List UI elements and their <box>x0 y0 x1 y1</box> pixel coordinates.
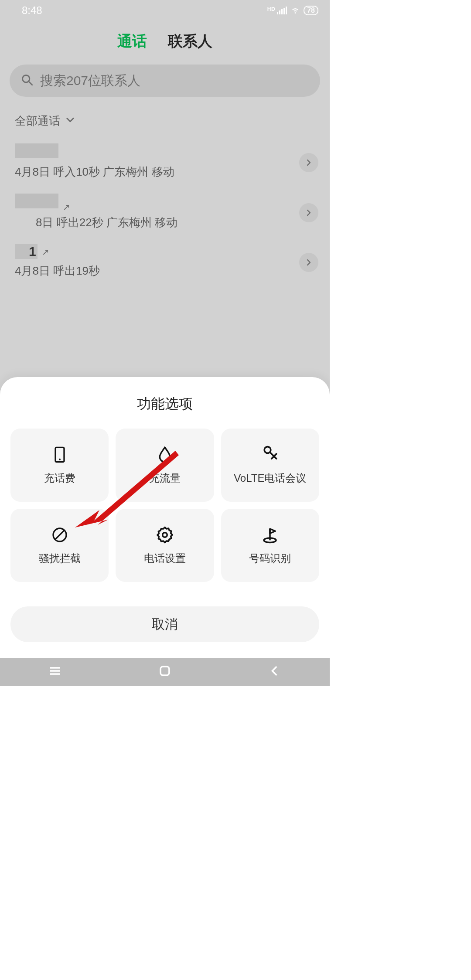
call-name <box>15 143 58 158</box>
signal-icon <box>277 7 287 14</box>
svg-point-0 <box>23 75 30 82</box>
svg-point-7 <box>163 533 167 538</box>
options-sheet: 功能选项 充话费 充流量 VoLTE电话会议 <box>0 377 330 658</box>
tile-label: 骚扰拦截 <box>39 551 81 565</box>
tile-label: 号码识别 <box>249 551 291 565</box>
tile-label: 充话费 <box>44 471 75 485</box>
call-row[interactable]: 4月8日 呼入10秒 广东梅州 移动 <box>0 137 330 187</box>
search-icon <box>21 74 33 88</box>
back-button[interactable] <box>267 664 282 680</box>
tile-label: VoLTE电话会议 <box>234 471 306 485</box>
cancel-button[interactable]: 取消 <box>10 606 319 642</box>
tile-volte-conference[interactable]: VoLTE电话会议 <box>221 429 319 502</box>
status-right: HD 78 <box>267 4 318 17</box>
svg-line-1 <box>29 82 32 85</box>
flag-icon <box>260 525 280 544</box>
system-nav-bar <box>0 658 330 686</box>
tile-spam-block[interactable]: 骚扰拦截 <box>10 509 109 582</box>
phone-screen: 8:48 HD 78 通话 联系人 搜索207位联系人 全部通话 <box>0 0 330 686</box>
chevron-down-icon <box>65 114 75 128</box>
call-list: 4月8日 呼入10秒 广东梅州 移动 ↗ 8日 呼出22秒 广东梅州 移动 1 <box>0 137 330 286</box>
call-subtitle: 8日 呼出22秒 广东梅州 移动 <box>36 215 315 230</box>
tile-number-id[interactable]: 号码识别 <box>221 509 319 582</box>
clock: 8:48 <box>22 4 42 17</box>
phone-card-icon <box>50 445 69 464</box>
filter-label: 全部通话 <box>15 113 60 129</box>
search-placeholder: 搜索207位联系人 <box>40 72 140 90</box>
call-subtitle: 4月8日 呼出19秒 <box>15 263 315 279</box>
call-row[interactable]: ↗ 8日 呼出22秒 广东梅州 移动 <box>0 187 330 238</box>
tab-contacts[interactable]: 联系人 <box>168 31 212 51</box>
call-subtitle: 4月8日 呼入10秒 广东梅州 移动 <box>15 164 315 180</box>
recent-apps-button[interactable] <box>48 664 62 680</box>
block-icon <box>50 525 69 544</box>
cancel-label: 取消 <box>152 616 178 633</box>
svg-point-3 <box>59 459 61 460</box>
tile-label: 电话设置 <box>144 551 186 565</box>
wifi-icon <box>290 4 300 17</box>
battery-indicator: 78 <box>304 6 318 15</box>
tab-calls[interactable]: 通话 <box>117 31 147 51</box>
tile-recharge-calls[interactable]: 充话费 <box>10 429 109 502</box>
outgoing-icon: ↗ <box>42 247 49 257</box>
top-tabs: 通话 联系人 <box>0 31 330 51</box>
options-grid: 充话费 充流量 VoLTE电话会议 骚扰拦截 <box>8 429 322 582</box>
outgoing-icon: ↗ <box>63 202 70 212</box>
tile-recharge-data[interactable]: 充流量 <box>116 429 214 502</box>
call-name <box>15 194 58 208</box>
call-detail-button[interactable] <box>299 153 318 172</box>
droplet-icon <box>155 445 174 464</box>
mic-icon <box>260 445 280 464</box>
tile-phone-settings[interactable]: 电话设置 <box>116 509 214 582</box>
svg-rect-14 <box>160 667 169 675</box>
sheet-title: 功能选项 <box>8 395 322 414</box>
call-filter[interactable]: 全部通话 <box>15 113 330 129</box>
call-detail-button[interactable] <box>299 253 318 272</box>
search-input[interactable]: 搜索207位联系人 <box>10 65 320 97</box>
call-name: 1 <box>15 244 38 259</box>
call-detail-button[interactable] <box>299 203 318 222</box>
hd-indicator: HD <box>267 6 275 12</box>
tile-label: 充流量 <box>149 471 181 485</box>
call-row[interactable]: 1 ↗ 4月8日 呼出19秒 <box>0 238 330 286</box>
home-button[interactable] <box>157 664 172 680</box>
gear-icon <box>155 525 174 544</box>
status-bar: 8:48 HD 78 <box>0 0 330 21</box>
svg-line-6 <box>55 530 65 540</box>
